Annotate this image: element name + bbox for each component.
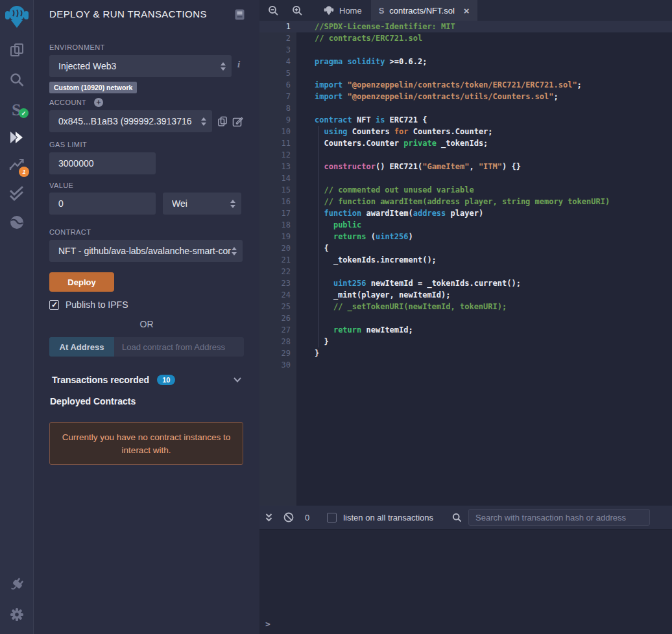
line-number: 23 xyxy=(259,277,296,289)
line-number: 29 xyxy=(259,347,296,359)
solidity-unit-testing-icon[interactable] xyxy=(0,185,33,202)
code-line[interactable]: 5 xyxy=(259,67,672,79)
code-text: using Counters for Counters.Counter; xyxy=(296,126,493,137)
line-number: 28 xyxy=(259,336,296,347)
code-line[interactable]: 16 // function awardItem(address player,… xyxy=(259,196,672,207)
code-line[interactable]: 7import "@openzeppelin/contracts/utils/C… xyxy=(259,91,672,102)
collapse-terminal-icon[interactable] xyxy=(265,513,273,522)
line-number: 24 xyxy=(259,289,296,301)
code-text: } xyxy=(296,347,319,359)
code-text xyxy=(296,149,315,161)
deploy-button[interactable]: Deploy xyxy=(49,272,114,292)
code-text xyxy=(296,172,315,184)
terminal-search-input[interactable] xyxy=(468,509,650,526)
code-line[interactable]: 26 xyxy=(259,312,672,324)
clear-console-icon[interactable] xyxy=(283,512,294,522)
code-line[interactable]: 24 _mint(player, newItemId); xyxy=(259,289,672,301)
code-text: constructor() ERC721("GameItem", "ITM") … xyxy=(296,161,521,172)
tab-nft-sol[interactable]: S contracts/NFT.sol × xyxy=(371,0,477,21)
terminal-prompt: > xyxy=(265,619,270,629)
transactions-count-badge: 10 xyxy=(157,375,175,385)
plugin-manager-icon[interactable] xyxy=(0,577,33,594)
code-line[interactable]: 10 using Counters for Counters.Counter; xyxy=(259,126,672,137)
zoom-in-icon[interactable] xyxy=(287,0,307,21)
account-select[interactable]: 0x845...B1aB3 (999992.3913716 xyxy=(49,110,212,132)
code-line[interactable]: 9contract NFT is ERC721 { xyxy=(259,114,672,126)
at-address-button[interactable]: At Address xyxy=(49,337,114,357)
environment-info-icon[interactable]: i xyxy=(237,59,240,70)
line-number: 10 xyxy=(259,126,296,137)
line-number: 30 xyxy=(259,359,296,371)
solidity-compiler-icon[interactable]: S xyxy=(0,100,33,121)
code-line[interactable]: 30 xyxy=(259,359,672,371)
code-line[interactable]: 1//SPDX-License-Identifier: MIT xyxy=(259,21,672,32)
code-text: _tokenIds.increment(); xyxy=(296,254,437,266)
code-line[interactable]: 12 xyxy=(259,149,672,161)
line-number: 7 xyxy=(259,91,296,102)
code-text xyxy=(296,67,315,79)
code-line[interactable]: 21 _tokenIds.increment(); xyxy=(259,254,672,266)
code-line[interactable]: 23 uint256 newItemId = _tokenIds.current… xyxy=(259,277,672,289)
code-line[interactable]: 22 xyxy=(259,266,672,277)
code-line[interactable]: 8 xyxy=(259,102,672,114)
edit-account-icon[interactable] xyxy=(232,116,243,127)
publish-ipfs-row: Publish to IPFS xyxy=(49,299,128,310)
line-number: 16 xyxy=(259,196,296,207)
settings-gear-icon[interactable] xyxy=(0,607,33,622)
code-line[interactable]: 28 } xyxy=(259,336,672,347)
line-number: 12 xyxy=(259,149,296,161)
code-line[interactable]: 2// contracts/ERC721.sol xyxy=(259,32,672,44)
indent-guide-line xyxy=(318,126,319,347)
line-number: 14 xyxy=(259,172,296,184)
code-line[interactable]: 29} xyxy=(259,347,672,359)
file-explorer-icon[interactable] xyxy=(0,41,33,58)
code-editor[interactable]: 1//SPDX-License-Identifier: MIT2// contr… xyxy=(259,21,672,506)
code-line[interactable]: 15 // commented out unused variable xyxy=(259,184,672,196)
code-text: // contracts/ERC721.sol xyxy=(296,32,422,44)
remix-logo-icon[interactable] xyxy=(0,4,33,29)
zoom-out-icon[interactable] xyxy=(263,0,283,21)
code-line[interactable]: 4pragma solidity >=0.6.2; xyxy=(259,56,672,67)
environment-select[interactable]: Injected Web3 xyxy=(49,55,232,77)
line-number: 27 xyxy=(259,324,296,336)
deploy-and-run-icon[interactable] xyxy=(0,130,33,145)
terminal-output[interactable]: > xyxy=(259,529,672,634)
compiler-success-badge: ✓ xyxy=(19,108,29,118)
code-line[interactable]: 17 function awardItem(address player) xyxy=(259,207,672,219)
code-line[interactable]: 27 return newItemId; xyxy=(259,324,672,336)
code-line[interactable]: 25 // _setTokenURI(newItemId, tokenURI); xyxy=(259,301,672,312)
code-line[interactable]: 6import "@openzeppelin/contracts/token/E… xyxy=(259,79,672,91)
code-text: import "@openzeppelin/contracts/utils/Co… xyxy=(296,91,558,102)
code-line[interactable]: 20 { xyxy=(259,242,672,254)
contract-value: NFT - github/ava-labs/avalanche-smart-co… xyxy=(58,246,235,256)
code-line[interactable]: 13 constructor() ERC721("GameItem", "ITM… xyxy=(259,161,672,172)
copy-account-icon[interactable] xyxy=(217,116,228,127)
gas-limit-input[interactable] xyxy=(49,152,156,174)
value-input[interactable] xyxy=(49,193,156,215)
no-instances-warning: Currently you have no contract instances… xyxy=(49,422,243,465)
code-line[interactable]: 3 xyxy=(259,44,672,56)
value-unit-select[interactable]: Wei xyxy=(163,193,241,215)
listen-transactions-checkbox[interactable] xyxy=(327,513,337,522)
code-line[interactable]: 11 Counters.Counter private _tokenIds; xyxy=(259,137,672,149)
line-number: 15 xyxy=(259,184,296,196)
add-account-icon[interactable]: + xyxy=(94,98,103,107)
at-address-input[interactable] xyxy=(114,337,244,357)
code-line[interactable]: 14 xyxy=(259,172,672,184)
documentation-icon[interactable] xyxy=(235,9,245,20)
editor-tabbar: Home S contracts/NFT.sol × xyxy=(259,0,672,21)
close-tab-icon[interactable]: × xyxy=(464,6,470,16)
editor-area: Home S contracts/NFT.sol × 1//SPDX-Licen… xyxy=(259,0,672,634)
code-line[interactable]: 19 returns (uint256) xyxy=(259,231,672,242)
tab-home[interactable]: Home xyxy=(315,0,371,21)
code-line[interactable]: 18 public xyxy=(259,219,672,231)
debugger-icon[interactable] xyxy=(0,214,33,231)
search-icon[interactable] xyxy=(0,71,33,88)
line-number: 2 xyxy=(259,32,296,44)
chevron-down-icon[interactable] xyxy=(234,377,241,382)
code-text xyxy=(296,312,315,324)
transactions-recorded-row[interactable]: Transactions recorded 10 xyxy=(52,375,175,385)
contract-select[interactable]: NFT - github/ava-labs/avalanche-smart-co… xyxy=(49,240,243,262)
publish-ipfs-checkbox[interactable] xyxy=(49,300,59,310)
line-number: 8 xyxy=(259,102,296,114)
